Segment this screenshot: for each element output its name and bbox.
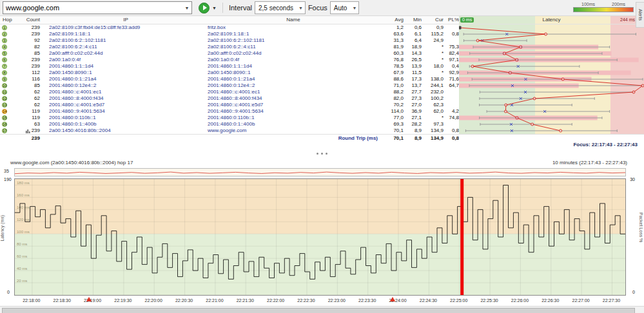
target-input[interactable] [3, 4, 182, 12]
timeline-plot[interactable]: 20 ms40 ms60 ms80 ms100 ms120 ms140 ms16… [14, 178, 626, 296]
ip-cell[interactable]: 2001:4860:0:1::21a4 [45, 76, 206, 82]
latency-cell [459, 102, 644, 108]
name-cell[interactable]: 2001:4860::c:4001:e5d7 [206, 102, 380, 108]
table-row-hop-3[interactable]: 3 92 2a02:8100:6:2::102:1181 2a02:8100:6… [0, 37, 644, 44]
target-dropdown-arrow-icon[interactable]: ▼ [182, 6, 191, 10]
overview-strip[interactable] [14, 168, 626, 176]
header-avg[interactable]: Avg [380, 16, 404, 24]
ip-cell[interactable]: 2001:4860:0:1::400b [45, 121, 206, 128]
ip-cell[interactable]: 2a02:8109:c3f:fbd4:de15:c8ff:fe33:add9 [45, 24, 206, 31]
table-row-hop-11[interactable]: 11 62 2001:4860::c:4001:ec1 2001:4860::c… [0, 89, 644, 95]
table-row-hop-17[interactable]: 17 239 2a00:1450:4016:80b::2004 www.goog… [0, 128, 644, 134]
hop-number-badge: 15 [2, 115, 7, 120]
x-tick-label: 22:20:30 [175, 298, 193, 303]
table-row-hop-6[interactable]: 6 239 2a00:1a0:0:4f 2a00:1a0:0:4f 76,8 2… [0, 57, 644, 63]
ip-cell[interactable]: 2001:4860:0:110b::1 [45, 115, 206, 121]
name-cell[interactable]: 2001:4860:0:12e4::2 [206, 82, 380, 89]
ip-cell[interactable]: 2001:4860::9:4001:5634 [45, 108, 206, 115]
header-name[interactable]: Name [206, 16, 380, 24]
table-row-hop-8[interactable]: 8 112 2a00:1450:8090::1 2a00:1450:8090::… [0, 70, 644, 76]
alerts-tab[interactable]: Alerts [636, 2, 644, 28]
packet-loss-axis-title: Packet Loss % [639, 213, 643, 242]
name-cell[interactable]: fritz.box [206, 24, 380, 31]
name-cell[interactable]: 2a00:1450:8090::1 [206, 70, 380, 76]
header-ip[interactable]: IP [45, 16, 206, 24]
hop-number-badge: 13 [2, 102, 7, 108]
target-combobox[interactable]: ▼ [3, 1, 192, 14]
table-row-hop-7[interactable]: 7 239 2001:4860:1:1::1d4 2001:4860:1:1::… [0, 63, 644, 70]
table-row-hop-14[interactable]: 14 119 2001:4860::9:4001:5634 2001:4860:… [0, 108, 644, 115]
table-header-row: Hop Count IP Name Avg Min Cur PL% 0 ms L… [0, 16, 644, 24]
table-row-hop-5[interactable]: 5 85 2a00:afff:0:c02:c02:44d 2a00:afff:0… [0, 50, 644, 57]
interval-select[interactable]: 2,5 seconds ▼ [255, 1, 306, 14]
header-packetloss[interactable]: PL% [444, 16, 459, 24]
focus-select[interactable]: Auto ▼ [330, 1, 360, 14]
name-cell[interactable]: 2a00:afff:0:c02:c02:44d [206, 50, 380, 57]
name-cell[interactable]: 2a00:1a0:0:4f [206, 57, 380, 63]
name-cell[interactable]: 2001:4860::9:4001:5634 [206, 108, 380, 115]
table-row-hop-16[interactable]: 16 63 2001:4860:0:1::400b 2001:4860:0:1:… [0, 121, 644, 128]
timeline-graph-icon[interactable] [26, 129, 30, 133]
header-hop[interactable]: Hop [0, 16, 17, 24]
latency-scale-legend: 100ms 200ms [573, 2, 634, 12]
header-min[interactable]: Min [404, 16, 422, 24]
name-cell[interactable]: 2001:4860::8:4000:f434 [206, 95, 380, 102]
splitter-handle[interactable] [0, 148, 644, 158]
table-row-hop-10[interactable]: 10 85 2001:4860:0:12e4::2 2001:4860:0:12… [0, 82, 644, 89]
ip-cell[interactable]: 2001:4860::8:4000:f434 [45, 95, 206, 102]
alert-marker-icon[interactable] [86, 297, 92, 301]
start-trace-button[interactable] [199, 3, 210, 14]
min-cell: 27,1 [404, 115, 422, 121]
header-count[interactable]: Count [17, 16, 45, 24]
ip-cell[interactable]: 2a02:8100:6:2::4:c11 [45, 44, 206, 50]
name-cell[interactable]: www.google.com [206, 128, 380, 134]
start-options-arrow-icon[interactable]: ▼ [212, 6, 217, 10]
ip-cell[interactable]: 2a00:1450:8090::1 [45, 70, 206, 76]
count-cell: 62 [17, 89, 45, 95]
packetloss-cell: 0,4 [444, 63, 459, 70]
name-cell[interactable]: 2001:4860:0:1::400b [206, 121, 380, 128]
count-cell: 82 [17, 44, 45, 50]
x-tick-label: 22:21:00 [206, 298, 223, 303]
table-row-hop-15[interactable]: 15 119 2001:4860:0:110b::1 2001:4860:0:1… [0, 115, 644, 121]
name-cell[interactable]: 2001:4860:1:1::1d4 [206, 63, 380, 70]
ip-cell[interactable]: 2a02:8109:1:18::1 [45, 31, 206, 37]
ip-cell[interactable]: 2001:4860:1:1::1d4 [45, 63, 206, 70]
name-cell[interactable]: 2001:4860::c:4001:ec1 [206, 89, 380, 95]
hop-number-badge: 2 [2, 32, 7, 37]
header-cur[interactable]: Cur [422, 16, 444, 24]
ip-cell[interactable]: 2001:4860::c:4001:ec1 [45, 89, 206, 95]
name-cell[interactable]: 2001:4860:0:110b::1 [206, 115, 380, 121]
name-cell[interactable]: 2a02:8100:6:2::102:1181 [206, 37, 380, 44]
toolbar: ▼ ▼ Interval 2,5 seconds ▼ Focus Auto ▼ … [0, 0, 644, 16]
table-row-hop-2[interactable]: 2 239 2a02:8109:1:18::1 2a02:8109:1:18::… [0, 31, 644, 37]
table-row-hop-12[interactable]: 12 62 2001:4860::8:4000:f434 2001:4860::… [0, 95, 644, 102]
ip-cell[interactable]: 2a00:1a0:0:4f [45, 57, 206, 63]
ip-cell[interactable]: 2001:4860::c:4001:e5d7 [45, 102, 206, 108]
scrollbar-thumb[interactable] [2, 308, 635, 313]
latency-column-title: Latency [459, 16, 644, 24]
table-row-hop-9[interactable]: 9 116 2001:4860:0:1::21a4 2001:4860:0:1:… [0, 76, 644, 82]
table-row-hop-1[interactable]: 1 239 2a02:8109:c3f:fbd4:de15:c8ff:fe33:… [0, 24, 644, 31]
ip-cell[interactable]: 2001:4860:0:12e4::2 [45, 82, 206, 89]
hop-number-badge: 10 [2, 83, 7, 88]
timeline-scrollbar[interactable] [0, 306, 644, 313]
alert-marker-icon[interactable] [390, 297, 395, 301]
min-cell: 11,5 [404, 70, 422, 76]
packetloss-cell: 64,7 [444, 82, 459, 89]
round-trip-row[interactable]: 239 Round Trip (ms) 70,1 8,9 134,9 0,8 [0, 134, 644, 142]
cur-cell: 232,0 [422, 89, 444, 95]
table-row-hop-4[interactable]: 4 82 2a02:8100:6:2::4:c11 2a02:8100:6:2:… [0, 44, 644, 50]
name-cell[interactable]: 2a02:8100:6:2::4:c11 [206, 44, 380, 50]
round-trip-label: Round Trip (ms) [206, 135, 380, 142]
ip-cell[interactable]: 2a00:1450:4016:80b::2004 [45, 128, 206, 134]
latency-cell [459, 76, 644, 82]
x-tick-label: 22:23:30 [358, 298, 376, 303]
table-row-hop-13[interactable]: 13 62 2001:4860::c:4001:e5d7 2001:4860::… [0, 102, 644, 108]
latency-cell [459, 44, 644, 50]
name-cell[interactable]: 2a02:8109:1:18::1 [206, 31, 380, 37]
ip-cell[interactable]: 2a02:8100:6:2::102:1181 [45, 37, 206, 44]
name-cell[interactable]: 2001:4860:0:1::21a4 [206, 76, 380, 82]
ip-cell[interactable]: 2a00:afff:0:c02:c02:44d [45, 50, 206, 57]
legend-low-label: 100ms [581, 2, 595, 7]
